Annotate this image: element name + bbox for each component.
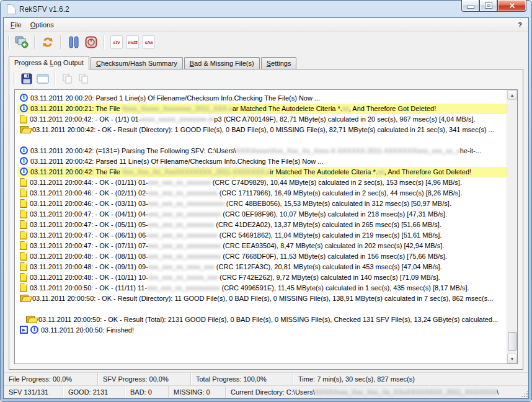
log-line[interactable]: 03.11.2011 20:00:50: - OK - (11/11) 11-x…: [17, 283, 507, 293]
minimize-button[interactable]: [461, 0, 479, 12]
log-blank-line: [17, 135, 507, 146]
menu-bar: FileOptions?: [4, 18, 528, 32]
toolbar-separator: [104, 35, 105, 49]
info-icon: [20, 104, 28, 112]
copy-selected-button[interactable]: [60, 71, 76, 86]
menu-item-file[interactable]: File: [6, 20, 26, 30]
save-icon: [21, 73, 32, 84]
log-line[interactable]: 03.11.2011 20:00:50: - OK - Result (Tota…: [17, 315, 507, 325]
info-icon: [20, 146, 28, 154]
log-line[interactable]: 03.11.2011 20:00:42: The File Xxx_Xxx_Xx…: [17, 167, 507, 177]
play-icon: [20, 326, 28, 334]
log-line[interactable]: 03.11.2011 20:00:48: - OK - (09/11) 09-x…: [17, 262, 507, 272]
redacted-text: xx: [342, 105, 349, 112]
redacted-text: xxx_xxx_xx_xxxxxxxxxx: [148, 242, 221, 249]
stop-icon: [85, 36, 97, 48]
log-line[interactable]: 03.11.2011 20:00:46: - OK - (02/11) 02-x…: [17, 188, 507, 199]
log-blank-line: [17, 304, 507, 315]
redacted-text: xxx_xxx_xx_xxxxxxxxx: [148, 231, 218, 239]
log-line[interactable]: 03.11.2011 20:00:47: - OK - (07/11) 07-x…: [17, 241, 507, 251]
file-icon: [20, 273, 27, 281]
file-icon: [20, 189, 27, 197]
stop-button[interactable]: [82, 34, 100, 50]
redacted-text: XXX\Xxxxx\Xxx_Xxx_Xx_Xxxx-X-XXXXXX-2011-…: [236, 147, 460, 154]
log-scrollbar[interactable]: ▲ ▼: [507, 90, 517, 364]
file-icon: [20, 199, 27, 207]
pause-button[interactable]: [65, 34, 82, 50]
md5-label: md5: [128, 40, 137, 45]
tab-progress-log-output[interactable]: Progress & Log Output: [9, 56, 89, 69]
status-panel: BAD: 0: [125, 386, 169, 398]
minimize-icon: [468, 6, 474, 8]
log-line[interactable]: 03.11.2011 20:00:47: - OK - (06/11) 06-x…: [17, 230, 507, 241]
sfv-format-button[interactable]: sfv: [110, 35, 123, 49]
redacted-text: xxx_xxx_xx_xxxxxxxxxx: [148, 252, 221, 260]
status-panel: Current Directory: C:\Users\XXXXXxxx_Xxx…: [226, 386, 528, 398]
folder-icon: [26, 316, 36, 323]
log-line[interactable]: 03.11.2011 20:00:42: (=131=) Parsing The…: [17, 146, 507, 156]
redacted-text: xxx_xxx_xx_xxxxxxxxxx: [148, 210, 221, 218]
save-log-button[interactable]: [19, 71, 35, 86]
log-line[interactable]: 03.11.2011 20:00:50: Finished!: [17, 325, 507, 336]
log-line[interactable]: 03.11.2011 20:00:42: - OK - (1/1) 01-xxx…: [17, 114, 507, 125]
close-button[interactable]: [497, 0, 526, 12]
tab-settings[interactable]: Settings: [261, 57, 297, 69]
log-line[interactable]: 03.11.2011 20:00:48: - OK - (08/11) 08-x…: [17, 251, 507, 262]
progress-status-bar: File Progress: 00,0%SFV Progress: 00,0%T…: [4, 372, 528, 385]
log-output-panel: 03.11.2011 20:00:20: Parsed 1 Line(s) Of…: [14, 89, 518, 364]
scan-files-icon: [15, 36, 29, 48]
scroll-up-arrow[interactable]: ▲: [507, 90, 517, 100]
file-icon: [20, 262, 27, 270]
maximize-icon: [485, 3, 492, 8]
log-line[interactable]: 03.11.2011 20:00:44: - OK - (01/11) 01-x…: [17, 177, 507, 188]
menu-item-options[interactable]: Options: [26, 20, 58, 30]
refresh-icon: [42, 36, 54, 48]
toolbar-gripper: [14, 72, 16, 86]
log-line[interactable]: 03.11.2011 20:00:47: - OK - (05/11) 05-x…: [17, 220, 507, 230]
app-window: RekSFV v1.6.2 FileOptions?: [0, 0, 532, 402]
info-icon: [30, 326, 38, 334]
copy-all-button[interactable]: [76, 71, 92, 86]
log-toolbar: [9, 69, 523, 88]
tab-bad-missing-file-s-[interactable]: Bad & Missing File(s): [184, 57, 260, 69]
log-line[interactable]: 03.11.2011 20:00:42: Parsed 11 Line(s) O…: [17, 156, 507, 167]
log-line[interactable]: 03.11.2011 20:00:21: The File Xxxx_Xxxxx…: [17, 104, 507, 114]
sha-format-button[interactable]: sha: [143, 35, 155, 49]
file-icon: [20, 210, 27, 218]
log-line[interactable]: 03.11.2011 20:00:46: - OK - (03/11) 03-x…: [17, 199, 507, 209]
log-line[interactable]: 03.11.2011 20:00:20: Parsed 1 Line(s) Of…: [17, 93, 507, 104]
log-line[interactable]: 03.11.2011 20:00:42: - OK - Result (Dire…: [17, 125, 507, 135]
window-icon: [37, 74, 49, 84]
status-panel: File Progress: 00,0%: [4, 373, 98, 385]
tab-strip: Progress & Log OutputChecksum/Hash Summa…: [4, 53, 528, 69]
toolbar-separator: [60, 35, 61, 49]
log-line[interactable]: 03.11.2011 20:00:48: - OK - (10/11) 10-x…: [17, 272, 507, 283]
window-title: RekSFV v1.6.2: [19, 5, 69, 14]
redacted-text: Xxx_Xxx_Xx_XxxXXXXXXXX_2011-XXXXXXX.x: [122, 168, 270, 176]
help-button[interactable]: ?: [518, 21, 522, 29]
redacted-text: xx: [378, 168, 384, 176]
md5-format-button[interactable]: md5: [126, 35, 139, 49]
tab-checksum-hash-summary[interactable]: Checksum/Hash Summary: [91, 57, 183, 69]
scroll-down-arrow[interactable]: ▼: [507, 354, 517, 364]
client-area: FileOptions?: [3, 17, 529, 399]
file-icon: [20, 252, 27, 260]
log-line[interactable]: 03.11.2011 20:00:50: - OK - Result (Dire…: [17, 293, 507, 304]
redacted-text: xxx_xxx_xx_xxxxxxxxx: [148, 189, 218, 197]
sfv-label: sfv: [113, 40, 120, 45]
log-line[interactable]: 03.11.2011 20:00:47: - OK - (04/11) 04-x…: [17, 209, 507, 220]
scan-files-button[interactable]: [13, 34, 30, 50]
caption-buttons: [461, 0, 526, 12]
status-panel: MISSING: 0: [169, 386, 226, 398]
file-icon: [20, 284, 27, 292]
maximize-button[interactable]: [479, 0, 497, 12]
file-icon: [20, 178, 27, 186]
refresh-button[interactable]: [39, 34, 56, 50]
toolbar-gripper: [8, 35, 10, 49]
title-bar[interactable]: RekSFV v1.6.2: [1, 1, 531, 17]
sha-label: sha: [145, 40, 153, 45]
scrollbar-thumb[interactable]: [508, 332, 516, 351]
redacted-text: xxx_xxx_xx_xxxxxxxxxxx: [148, 200, 224, 207]
clear-log-button[interactable]: [35, 71, 51, 86]
file-icon: [20, 115, 27, 123]
